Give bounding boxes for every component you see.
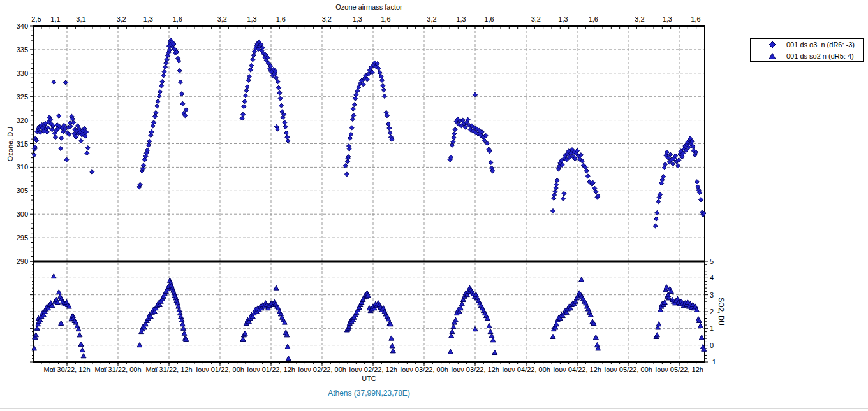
date-label: Ιουν 01/22, 12h bbox=[247, 366, 295, 373]
window-edge-right bbox=[865, 0, 865, 411]
o3-data-point bbox=[249, 63, 254, 68]
o3-data-point bbox=[165, 57, 169, 62]
o3-data-point bbox=[78, 138, 83, 143]
triangle-marker-icon bbox=[769, 52, 776, 60]
so2-tick-label: 4 bbox=[710, 274, 714, 282]
o3-data-point bbox=[155, 104, 159, 108]
o3-data-point bbox=[349, 126, 354, 130]
so2-data-point bbox=[286, 356, 291, 361]
o3-data-point bbox=[388, 131, 392, 135]
airmass-label: 3,1 bbox=[76, 15, 85, 23]
o3-data-point bbox=[656, 199, 661, 204]
o3-data-point bbox=[381, 83, 385, 88]
o3-data-point bbox=[698, 198, 703, 202]
o3-data-point bbox=[348, 136, 352, 140]
o3-data-point bbox=[352, 103, 357, 107]
ozone-tick-label: 295 bbox=[17, 234, 28, 242]
app-window: 2,51,13,13,21,31,63,21,31,63,21,31,63,21… bbox=[0, 0, 868, 411]
o3-data-point bbox=[561, 196, 565, 201]
so2-data-point bbox=[389, 336, 394, 340]
o3-data-point bbox=[246, 78, 251, 82]
legend-item-o3: 001 ds o3 n (dR6: -3) bbox=[751, 39, 863, 50]
so2-data-point bbox=[77, 333, 82, 337]
date-label: Μαϊ 31/22, 00h bbox=[94, 366, 141, 373]
airmass-label: 1,3 bbox=[456, 15, 466, 23]
legend-item-so2: 001 ds so2 n (dR5: 4) bbox=[751, 50, 863, 61]
so2-tick-label: 0 bbox=[710, 342, 714, 349]
airmass-label: 3,2 bbox=[322, 15, 332, 23]
o3-data-point bbox=[154, 110, 158, 115]
o3-data-point bbox=[156, 99, 160, 103]
so2-data-point bbox=[137, 342, 142, 347]
so2-data-point bbox=[593, 335, 598, 340]
so2-data-point bbox=[453, 317, 458, 322]
o3-data-point bbox=[381, 88, 386, 92]
airmass-label: 1,6 bbox=[589, 15, 598, 23]
so2-axis-title: SO2, DU bbox=[717, 298, 725, 326]
date-label: Μαϊ 31/22, 12h bbox=[145, 366, 192, 373]
o3-data-point bbox=[654, 217, 658, 221]
so2-tick-label: 1 bbox=[710, 324, 714, 332]
o3-data-point bbox=[285, 135, 290, 140]
so2-data-point bbox=[33, 333, 38, 337]
so2-data-point bbox=[78, 342, 84, 346]
o3-data-point bbox=[58, 146, 63, 150]
o3-data-point bbox=[164, 61, 168, 66]
o3-data-point bbox=[251, 57, 255, 62]
airmass-label: 3,2 bbox=[635, 15, 644, 23]
ozone-tick-label: 330 bbox=[17, 69, 28, 77]
o3-data-point bbox=[245, 85, 249, 89]
so2-data-point bbox=[81, 354, 86, 358]
airmass-label: 2,5 bbox=[31, 15, 41, 23]
o3-data-point bbox=[351, 106, 355, 111]
o3-data-point bbox=[386, 122, 390, 126]
so2-data-point bbox=[51, 274, 56, 278]
o3-data-point bbox=[159, 83, 163, 88]
airmass-label: 1,6 bbox=[276, 15, 286, 23]
window-edge-bottom bbox=[0, 408, 868, 409]
o3-data-point bbox=[277, 90, 282, 95]
o3-data-point bbox=[85, 146, 90, 150]
o3-data-point bbox=[147, 139, 152, 143]
ozone-axis-title: Ozone, DU bbox=[6, 127, 14, 161]
o3-data-point bbox=[71, 120, 75, 125]
o3-data-point bbox=[453, 127, 457, 132]
ozone-tick-label: 320 bbox=[17, 117, 28, 124]
so2-data-point bbox=[654, 333, 659, 337]
utc-axis-title: UTC bbox=[33, 375, 705, 382]
o3-data-point bbox=[251, 53, 256, 57]
airmass-label: 1,6 bbox=[484, 15, 494, 23]
o3-data-point bbox=[585, 174, 590, 178]
o3-data-point bbox=[555, 178, 559, 182]
o3-data-point bbox=[90, 169, 94, 174]
station-title: Athens (37,99N,23,78E) bbox=[33, 389, 705, 398]
o3-data-point bbox=[53, 135, 57, 140]
o3-data-point bbox=[160, 79, 165, 83]
o3-data-point bbox=[152, 114, 157, 119]
so2-data-point bbox=[182, 331, 187, 335]
so2-data-point bbox=[473, 326, 478, 331]
so2-data-point bbox=[550, 334, 555, 338]
airmass-label: 1,3 bbox=[247, 15, 256, 23]
o3-data-point bbox=[179, 92, 184, 96]
date-label: Μαϊ 30/22, 12h bbox=[43, 366, 90, 373]
legend-label-o3: 001 ds o3 n (dR6: -3) bbox=[786, 41, 855, 48]
date-label: Ιουν 04/22, 12h bbox=[553, 366, 601, 373]
date-label: Ιουν 03/22, 00h bbox=[400, 366, 448, 373]
airmass-label: 1,3 bbox=[143, 15, 153, 23]
date-label: Ιουν 04/22, 00h bbox=[502, 366, 550, 373]
so2-data-point bbox=[274, 285, 279, 290]
ozone-tick-label: 335 bbox=[17, 46, 28, 54]
so2-data-point bbox=[390, 349, 395, 353]
airmass-label: 1,3 bbox=[663, 15, 672, 23]
o3-data-point bbox=[286, 138, 290, 143]
ozone-tick-label: 310 bbox=[17, 163, 28, 171]
o3-data-point bbox=[349, 132, 353, 136]
o3-data-point bbox=[243, 94, 247, 98]
date-label: Ιουν 01/22, 00h bbox=[196, 366, 244, 373]
o3-data-point bbox=[177, 69, 182, 73]
date-label: Ιουν 03/22, 12h bbox=[451, 366, 499, 373]
so2-data-point bbox=[698, 323, 703, 328]
ozone-tick-label: 325 bbox=[17, 93, 28, 101]
o3-data-point bbox=[180, 101, 185, 106]
